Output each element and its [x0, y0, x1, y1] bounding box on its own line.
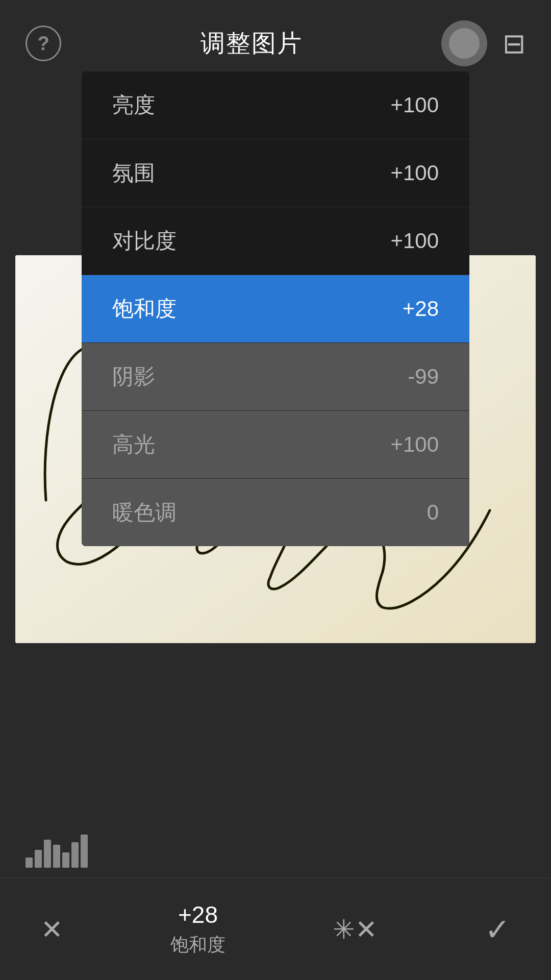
confirm-button[interactable]: ✓ [485, 912, 510, 947]
histogram-bars [26, 832, 88, 868]
help-button[interactable]: ? [26, 26, 61, 61]
header: ? 调整图片 ⊟ [0, 0, 551, 82]
toggle-button[interactable] [441, 20, 487, 66]
adj-label-warmth: 暖色调 [112, 498, 177, 527]
bottom-center: +28 饱和度 [170, 901, 226, 958]
hist-bar-3 [44, 840, 51, 868]
hist-bar-1 [26, 857, 33, 868]
toggle-inner [449, 28, 480, 59]
adj-row-brightness[interactable]: 亮度 +100 [82, 71, 469, 139]
adjustment-current-label: 饱和度 [170, 933, 226, 958]
adj-value-warmth: 0 [427, 500, 439, 525]
adj-label-saturation: 饱和度 [112, 295, 177, 323]
cancel-button[interactable]: ✕ [41, 914, 63, 945]
adj-value-contrast: +100 [390, 229, 439, 253]
adj-value-saturation: +28 [403, 297, 439, 321]
magic-button[interactable]: ✳✕ [333, 914, 378, 945]
adjustment-current-value: +28 [178, 901, 218, 928]
adj-row-atmosphere[interactable]: 氛围 +100 [82, 139, 469, 207]
magic-icon: ✳✕ [333, 914, 378, 945]
adj-value-atmosphere: +100 [390, 161, 439, 185]
adjustments-panel: 亮度 +100 氛围 +100 对比度 +100 饱和度 +28 阴影 -99 … [82, 71, 469, 546]
hist-bar-6 [71, 842, 79, 868]
adj-value-shadow: -99 [408, 364, 439, 389]
adj-row-warmth[interactable]: 暖色调 0 [82, 479, 469, 546]
adj-label-brightness: 亮度 [112, 91, 155, 119]
hist-bar-4 [53, 845, 60, 868]
adj-value-brightness: +100 [390, 93, 439, 117]
hist-bar-7 [81, 835, 88, 868]
adj-label-shadow: 阴影 [112, 362, 155, 391]
hist-bar-5 [62, 852, 69, 868]
adj-value-highlight: +100 [390, 432, 439, 457]
adj-label-atmosphere: 氛围 [112, 159, 155, 187]
adj-label-highlight: 高光 [112, 430, 155, 459]
page-title: 调整图片 [201, 27, 303, 60]
histogram-area[interactable] [26, 832, 88, 868]
adj-row-highlight[interactable]: 高光 +100 [82, 411, 469, 479]
adj-row-saturation[interactable]: 饱和度 +28 [82, 275, 469, 343]
compare-icon[interactable]: ⊟ [503, 28, 525, 60]
bottom-toolbar: ✕ +28 饱和度 ✳✕ ✓ [0, 878, 551, 980]
adj-label-contrast: 对比度 [112, 227, 177, 255]
hist-bar-2 [35, 850, 42, 868]
adj-row-contrast[interactable]: 对比度 +100 [82, 207, 469, 275]
adj-row-shadow[interactable]: 阴影 -99 [82, 343, 469, 411]
